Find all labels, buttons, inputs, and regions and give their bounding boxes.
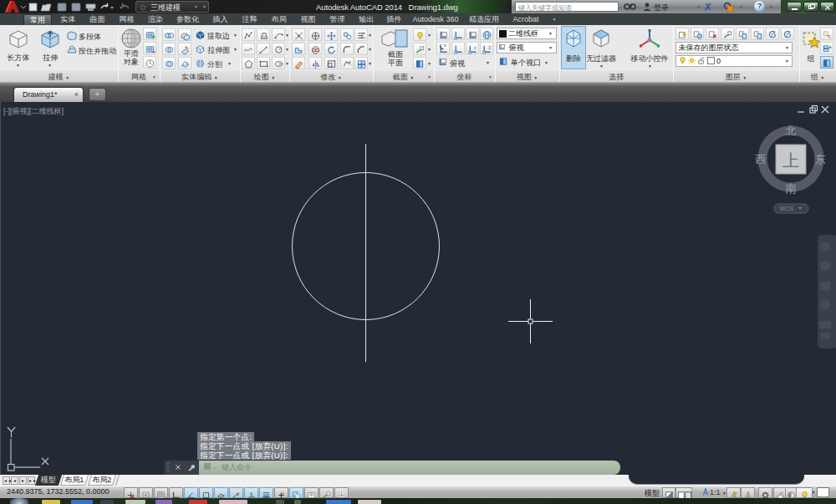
- svg-text:南: 南: [786, 182, 797, 195]
- svg-text:东: 东: [815, 153, 826, 165]
- svg-text:上: 上: [782, 151, 799, 170]
- svg-text:北: 北: [786, 125, 797, 137]
- svg-text:3: 3: [487, 45, 490, 50]
- svg-text:z: z: [473, 45, 476, 50]
- svg-text:西: 西: [756, 153, 767, 165]
- svg-text:WCS: WCS: [780, 206, 794, 211]
